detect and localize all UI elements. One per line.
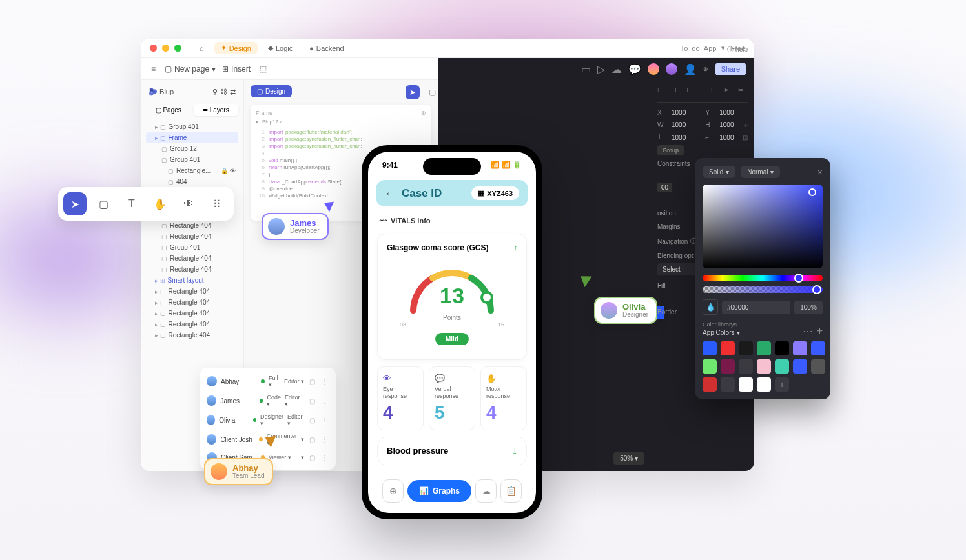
menu-icon[interactable]: ≡: [149, 62, 158, 76]
response-card[interactable]: 💬Verbal response5: [429, 366, 475, 430]
user-icon[interactable]: 👤: [684, 63, 697, 75]
response-card[interactable]: 👁Eye response4: [377, 366, 424, 430]
chat-icon[interactable]: 💬: [628, 63, 641, 75]
layer-item[interactable]: ▢Rectangle 404: [146, 253, 238, 264]
maximize-window-icon[interactable]: [174, 45, 181, 52]
layer-item[interactable]: ▢Rectangle 404: [146, 220, 238, 231]
add-swatch-button[interactable]: +: [775, 377, 789, 392]
color-swatch[interactable]: [739, 359, 753, 374]
layer-item[interactable]: ▸ ▢Rectangle 404: [146, 308, 238, 319]
layer-item[interactable]: ▸ ▢Group 401: [146, 121, 238, 132]
constraint-value[interactable]: 00: [657, 183, 672, 192]
nav-notes-icon[interactable]: 📋: [500, 479, 522, 503]
close-window-icon[interactable]: [150, 45, 157, 52]
color-library-select[interactable]: App Colors ▾: [703, 329, 740, 336]
blend-mode-select[interactable]: Normal ▾: [741, 166, 780, 178]
help-link[interactable]: ⓘ help: [727, 45, 748, 54]
insert-button[interactable]: ⊞ Insert: [222, 65, 251, 74]
align-center-icon[interactable]: ⊣: [671, 86, 681, 97]
link-icon[interactable]: ⛓: [220, 88, 227, 95]
layer-item[interactable]: ▢404: [146, 176, 238, 187]
play-icon[interactable]: ▷: [597, 63, 605, 75]
tab-pages[interactable]: ▢ Pages: [146, 104, 191, 116]
collaborator-row[interactable]: AbhayFull ▾Editor ▾▢⋮: [204, 372, 332, 391]
color-swatch[interactable]: [721, 377, 735, 392]
color-swatch[interactable]: [757, 359, 771, 374]
distribute-icon[interactable]: ⊨: [738, 86, 748, 97]
book-icon[interactable]: ▭: [581, 63, 591, 75]
close-icon[interactable]: ⊗: [421, 110, 426, 116]
layer-item[interactable]: ▢Rectangle 404: [146, 231, 238, 242]
project-name[interactable]: To_do_App: [681, 45, 717, 52]
color-swatch[interactable]: [739, 341, 753, 355]
tab-design[interactable]: ✦ Design: [214, 42, 258, 54]
color-swatch[interactable]: [811, 341, 825, 355]
radius-input[interactable]: 1000: [719, 134, 734, 141]
hex-input[interactable]: #00000: [722, 301, 790, 314]
layer-item[interactable]: ▸ ▢Rectangle 404: [146, 297, 238, 308]
nav-graphs-button[interactable]: 📊 Graphs: [407, 480, 471, 502]
color-swatch[interactable]: [739, 377, 753, 392]
search-icon[interactable]: ⚲: [212, 88, 218, 95]
frame-tool-icon[interactable]: ▢: [425, 85, 439, 99]
color-swatch[interactable]: [793, 341, 807, 355]
back-arrow-icon[interactable]: ←: [385, 188, 395, 199]
add-swatch-icon[interactable]: +: [817, 325, 823, 337]
swap-icon[interactable]: ⇄: [230, 88, 236, 95]
tab-backend[interactable]: ● Backend: [303, 43, 350, 54]
eyedropper-icon[interactable]: 💧: [703, 299, 718, 315]
color-swatch[interactable]: [775, 341, 789, 355]
pointer-tool-icon[interactable]: ➤: [406, 85, 420, 99]
cloud-icon[interactable]: ☁: [611, 63, 622, 75]
rect-tool-icon[interactable]: ▢: [92, 192, 115, 215]
hand-tool-icon[interactable]: ✋: [149, 192, 172, 215]
saturation-handle[interactable]: [808, 188, 816, 196]
color-swatch[interactable]: [721, 359, 735, 374]
minimize-window-icon[interactable]: [162, 45, 169, 52]
collaborator-row[interactable]: OliviaDesigner ▾Editor ▾▢⋮: [204, 410, 332, 430]
color-swatch[interactable]: [757, 341, 771, 355]
new-page-button[interactable]: ▢ New page ▾: [165, 65, 216, 74]
hue-slider[interactable]: [703, 275, 823, 281]
more-icon[interactable]: ⋯: [803, 325, 813, 337]
close-icon[interactable]: ×: [817, 167, 823, 177]
avatar[interactable]: [648, 63, 659, 75]
layer-item[interactable]: ▸ ▢Rectangle 404: [146, 286, 238, 297]
avatar[interactable]: [666, 63, 677, 75]
align-top-icon[interactable]: ⊥: [698, 86, 708, 97]
home-button[interactable]: ⌂: [193, 43, 211, 54]
text-tool-icon[interactable]: T: [120, 192, 143, 215]
x-input[interactable]: 1000: [672, 109, 686, 116]
opacity-input[interactable]: 100%: [794, 301, 823, 314]
tab-layers[interactable]: ≣ Layers: [194, 104, 239, 116]
group-chip[interactable]: Group: [657, 145, 684, 155]
saturation-area[interactable]: [703, 185, 823, 268]
align-right-icon[interactable]: ⊤: [684, 86, 694, 97]
cursor-tool-icon[interactable]: ➤: [63, 192, 87, 215]
share-button[interactable]: Share: [715, 63, 746, 75]
alpha-handle[interactable]: [812, 285, 821, 294]
expand-radius-icon[interactable]: ⊡: [743, 134, 748, 141]
zoom-level[interactable]: 50% ▾: [613, 452, 644, 465]
alpha-slider[interactable]: [703, 286, 823, 293]
color-swatch[interactable]: [703, 341, 717, 355]
nav-case-icon[interactable]: ⊕: [382, 479, 404, 503]
color-swatch[interactable]: [811, 359, 825, 374]
lock-ratio-icon[interactable]: ⟐: [744, 121, 748, 128]
align-bottom-icon[interactable]: ⊧: [724, 86, 734, 97]
align-left-icon[interactable]: ⊢: [657, 86, 667, 97]
layer-item[interactable]: ▢Group 12: [146, 143, 238, 154]
layer-item[interactable]: ▸ ▢Rectangle 404: [146, 330, 238, 341]
collaborator-row[interactable]: JamesCode ▾Editor ▾▢⋮: [204, 391, 332, 410]
color-swatch[interactable]: [775, 359, 789, 374]
rotation-input[interactable]: 1000: [672, 134, 686, 141]
layer-item[interactable]: ▸ ▢Frame: [146, 132, 238, 143]
align-middle-icon[interactable]: ⊦: [711, 86, 721, 97]
response-card[interactable]: ✋Motor response4: [480, 366, 527, 430]
color-swatch[interactable]: [721, 341, 735, 355]
layer-item[interactable]: ▢Rectangle...🔒 👁: [146, 165, 238, 176]
color-swatch[interactable]: [703, 359, 717, 374]
more-tools-icon[interactable]: ⠿: [205, 192, 229, 215]
fill-mode-select[interactable]: Solid ▾: [703, 166, 735, 178]
nav-cloud-icon[interactable]: ☁: [475, 479, 497, 503]
